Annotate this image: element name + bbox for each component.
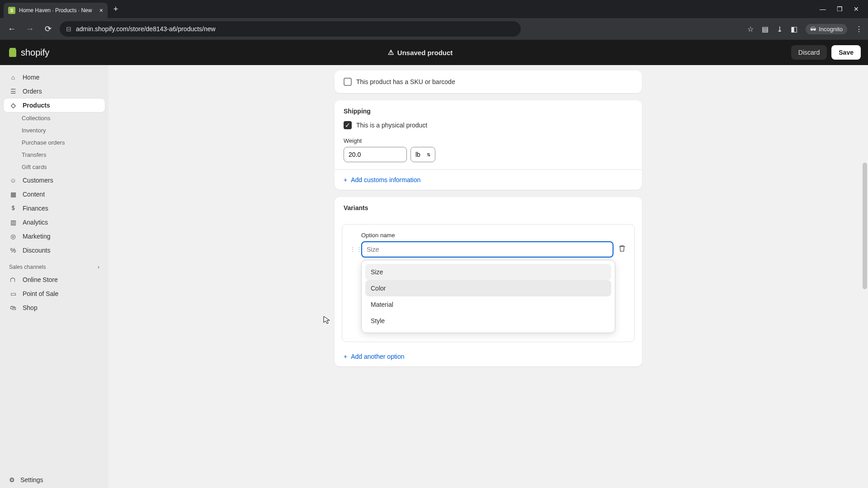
analytics-icon: ▥ bbox=[9, 218, 17, 226]
option-name-dropdown: Size Color Material Style bbox=[361, 260, 615, 333]
sidebar-item-label: Online Store bbox=[23, 276, 58, 283]
trash-icon bbox=[618, 244, 626, 253]
dropdown-item-material[interactable]: Material bbox=[365, 296, 611, 313]
sidebar-item-label: Point of Sale bbox=[23, 290, 58, 297]
unsaved-label: Unsaved product bbox=[397, 49, 453, 56]
bookmark-icon[interactable]: ☆ bbox=[747, 25, 754, 33]
marketing-icon: ◎ bbox=[9, 232, 17, 240]
sku-checkbox[interactable] bbox=[344, 78, 352, 86]
close-window-icon[interactable]: ✕ bbox=[854, 5, 859, 13]
shopify-logo[interactable]: shopify bbox=[7, 47, 49, 58]
discard-button[interactable]: Discard bbox=[791, 45, 827, 60]
add-option-label: Add another option bbox=[351, 353, 404, 360]
sidebar-item-label: Customers bbox=[23, 177, 53, 184]
physical-checkbox[interactable]: ✓ bbox=[344, 121, 352, 129]
sidebar-item-label: Discounts bbox=[23, 247, 50, 254]
app-body: ⌂ Home ☰ Orders ◇ Products Collections I… bbox=[0, 65, 868, 488]
sidebar-item-home[interactable]: ⌂ Home bbox=[4, 70, 105, 84]
url-text: admin.shopify.com/store/de8143-a6/produc… bbox=[76, 25, 216, 33]
add-customs-link[interactable]: + Add customs information bbox=[335, 169, 642, 190]
incognito-icon: 🕶 bbox=[810, 26, 816, 33]
delete-option-button[interactable] bbox=[618, 244, 627, 254]
unsaved-badge: ⚠ Unsaved product bbox=[388, 48, 453, 56]
sidebar-item-label: Finances bbox=[23, 205, 48, 212]
variant-option-box: Option name ⋮⋮ Size Color Material Style bbox=[342, 224, 635, 342]
new-tab-button[interactable]: + bbox=[109, 3, 122, 15]
chevron-right-icon[interactable]: › bbox=[98, 264, 99, 270]
incognito-label: Incognito bbox=[819, 26, 843, 33]
orders-icon: ☰ bbox=[9, 87, 17, 95]
sidebar-item-analytics[interactable]: ▥ Analytics bbox=[4, 216, 105, 229]
sidebar-sub-collections[interactable]: Collections bbox=[4, 113, 105, 124]
dropdown-item-color[interactable]: Color bbox=[365, 280, 611, 296]
sidebar-item-products[interactable]: ◇ Products bbox=[4, 99, 105, 112]
sidebar-sub-gift-cards[interactable]: Gift cards bbox=[4, 161, 105, 173]
option-name-label: Option name bbox=[361, 232, 627, 239]
sidebar-channel-shop[interactable]: 🛍 Shop bbox=[4, 301, 105, 314]
drag-handle-icon[interactable]: ⋮⋮ bbox=[349, 246, 357, 253]
save-button[interactable]: Save bbox=[831, 45, 861, 60]
maximize-icon[interactable]: ❐ bbox=[837, 5, 843, 13]
tab-close-icon[interactable]: × bbox=[99, 7, 103, 14]
settings-label: Settings bbox=[20, 476, 43, 483]
incognito-badge[interactable]: 🕶 Incognito bbox=[806, 24, 847, 34]
option-name-input[interactable] bbox=[361, 241, 613, 258]
tab-strip: S Home Haven · Products · New × + — ❐ ✕ bbox=[0, 0, 868, 18]
finances-icon: ＄ bbox=[9, 204, 17, 212]
home-icon: ⌂ bbox=[9, 73, 17, 81]
download-icon[interactable]: ⤓ bbox=[777, 25, 783, 33]
plus-icon: + bbox=[344, 176, 347, 183]
customs-link-label: Add customs information bbox=[351, 176, 420, 183]
address-bar: ← → ⟳ ⊟ admin.shopify.com/store/de8143-a… bbox=[0, 18, 868, 40]
shopify-bag-icon bbox=[7, 47, 18, 58]
sidebar-item-settings[interactable]: ⚙ Settings bbox=[0, 472, 108, 488]
back-button[interactable]: ← bbox=[5, 23, 18, 35]
url-box[interactable]: ⊟ admin.shopify.com/store/de8143-a6/prod… bbox=[60, 21, 521, 37]
shipping-title: Shipping bbox=[344, 108, 633, 115]
media-icon[interactable]: ▤ bbox=[762, 25, 769, 33]
sidebar-sub-transfers[interactable]: Transfers bbox=[4, 149, 105, 160]
scrollbar-thumb[interactable] bbox=[863, 163, 867, 289]
sidebar-sub-inventory[interactable]: Inventory bbox=[4, 125, 105, 136]
sidebar-sub-purchase-orders[interactable]: Purchase orders bbox=[4, 137, 105, 148]
sidebar: ⌂ Home ☰ Orders ◇ Products Collections I… bbox=[0, 65, 108, 488]
sidepanel-icon[interactable]: ◧ bbox=[791, 25, 797, 33]
weight-input[interactable] bbox=[344, 147, 407, 162]
sidebar-item-orders[interactable]: ☰ Orders bbox=[4, 84, 105, 98]
window-controls: — ❐ ✕ bbox=[820, 5, 864, 13]
warning-icon: ⚠ bbox=[388, 48, 394, 56]
sidebar-item-customers[interactable]: ☺ Customers bbox=[4, 174, 105, 187]
dropdown-item-size[interactable]: Size bbox=[365, 264, 611, 280]
sidebar-item-discounts[interactable]: % Discounts bbox=[4, 244, 105, 257]
main-content: This product has a SKU or barcode Shippi… bbox=[108, 65, 868, 488]
forward-button[interactable]: → bbox=[24, 23, 36, 35]
reload-button[interactable]: ⟳ bbox=[42, 23, 54, 35]
add-option-link[interactable]: + Add another option bbox=[335, 347, 642, 366]
discounts-icon: % bbox=[9, 246, 17, 254]
browser-chrome: S Home Haven · Products · New × + — ❐ ✕ … bbox=[0, 0, 868, 40]
weight-label: Weight bbox=[344, 137, 633, 144]
favicon-icon: S bbox=[8, 7, 15, 14]
variants-title: Variants bbox=[344, 204, 633, 211]
sidebar-item-label: Marketing bbox=[23, 233, 50, 240]
site-info-icon[interactable]: ⊟ bbox=[66, 25, 71, 33]
sidebar-item-label: Analytics bbox=[23, 219, 48, 226]
sidebar-channel-online-store[interactable]: ⛫ Online Store bbox=[4, 273, 105, 286]
tab-title: Home Haven · Products · New bbox=[19, 7, 92, 14]
sidebar-item-content[interactable]: ▦ Content bbox=[4, 188, 105, 201]
sidebar-item-label: Orders bbox=[23, 88, 42, 95]
pos-icon: ▭ bbox=[9, 290, 17, 298]
weight-unit-value: lb bbox=[415, 151, 420, 158]
sidebar-channel-pos[interactable]: ▭ Point of Sale bbox=[4, 287, 105, 300]
physical-checkbox-label: This is a physical product bbox=[356, 122, 427, 129]
variants-card: Variants Option name ⋮⋮ Size Color M bbox=[335, 197, 642, 366]
weight-unit-select[interactable]: lb ⇅ bbox=[410, 147, 435, 162]
minimize-icon[interactable]: — bbox=[820, 5, 826, 13]
dropdown-item-style[interactable]: Style bbox=[365, 313, 611, 329]
menu-icon[interactable]: ⋮ bbox=[855, 25, 863, 33]
sku-checkbox-label: This product has a SKU or barcode bbox=[356, 78, 455, 85]
sidebar-item-marketing[interactable]: ◎ Marketing bbox=[4, 230, 105, 243]
sidebar-item-finances[interactable]: ＄ Finances bbox=[4, 202, 105, 215]
content-icon: ▦ bbox=[9, 190, 17, 198]
browser-tab[interactable]: S Home Haven · Products · New × bbox=[4, 3, 108, 18]
